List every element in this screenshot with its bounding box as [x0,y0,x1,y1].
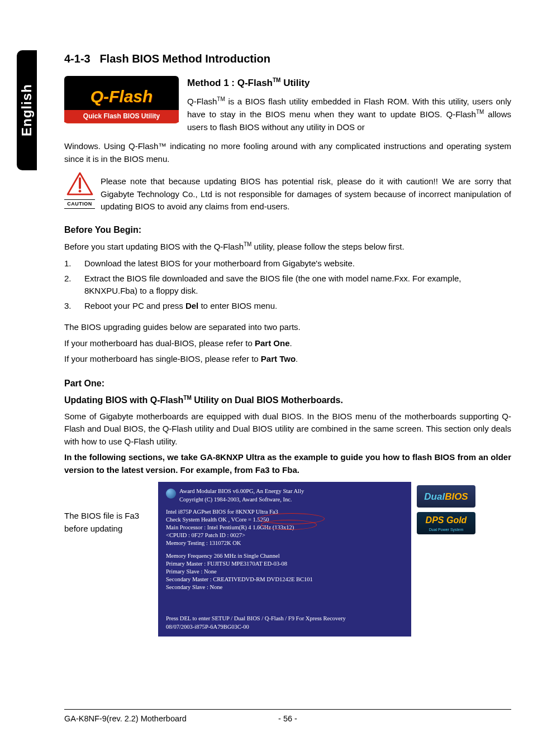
bios-boot-screen: Award Modular BIOS v6.00PG, An Energy St… [158,482,411,636]
svg-point-2 [78,190,81,193]
part-one-para: Some of Gigabyte motherboards are equipp… [64,410,511,448]
before-heading: Before You Begin: [64,223,511,237]
bios-line: Memory Frequency 266 MHz in Single Chann… [166,552,403,560]
caution-block: CAUTION Please note that because updatin… [64,172,511,217]
page-footer: GA-K8NF-9(rev. 2.2) Motherboard - 56 - [64,709,511,725]
list-item: 2.Extract the BIOS file downloaded and s… [64,272,511,298]
bios-line: Secondary Slave : None [166,583,403,591]
award-globe-icon [166,489,176,499]
section-number: 4-1-3 [64,52,91,65]
bios-line: 08/07/2003-i875P-6A79BG03C-00 [166,623,403,631]
bios-line: <CPUID : 0F27 Patch ID : 0027> [166,532,403,539]
qflash-logo-title: Q-Flash [64,76,179,109]
part-one-heading: Part One: [64,377,511,390]
footer-pagenum: - 56 - [265,713,310,725]
bios-line: Award Modular BIOS v6.00PG, An Energy St… [179,487,304,495]
section-title: Flash BIOS Method Introduction [99,52,270,65]
bios-line: Press DEL to enter SETUP / Dual BIOS / Q… [166,615,403,623]
guide-note-3: If your motherboard has single-BIOS, ple… [64,353,511,366]
bios-line: Memory Testing : 131072K OK [166,539,403,547]
bios-line: Copyright (C) 1984-2003, Award Software,… [179,496,304,504]
bios-line: Primary Slave : None [166,568,403,576]
caution-icon: CAUTION [64,172,95,209]
bios-caption: The BIOS file is Fa3 before updating [64,482,148,535]
steps-list: 1.Download the latest BIOS for your moth… [64,257,511,312]
footer-model: GA-K8NF-9(rev. 2.2) Motherboard [64,713,265,725]
list-item: 1.Download the latest BIOS for your moth… [64,257,511,270]
list-item: 3.Reboot your PC and press Del to enter … [64,300,511,313]
method1-para2: Windows. Using Q-Flash™ indicating no mo… [64,140,511,165]
bios-line: Secondary Master : CREATIVEDVD-RM DVD124… [166,576,403,583]
qflash-logo-sub: Quick Flash BIOS Utility [64,110,179,122]
caution-label: CAUTION [64,199,95,209]
before-intro: Before you start updating BIOS with the … [64,240,511,253]
part-one-bold: In the following sections, we take GA-8K… [64,451,511,476]
dual-bios-badge: DualBIOS [417,485,475,508]
guide-note-1: The BIOS upgrading guides below are sepa… [64,321,511,334]
language-tab: English [17,50,37,170]
section-heading: 4-1-3 Flash BIOS Method Introduction [64,50,511,67]
dps-gold-badge: DPS Gold Dual Power System [417,512,475,534]
part-one-sub: Updating BIOS with Q-FlashTM Utility on … [64,394,511,407]
caution-text: Please note that because updating BIOS h… [64,175,511,213]
bios-line: Primary Master : FUJITSU MPE3170AT ED-03… [166,560,403,568]
qflash-logo: Q-Flash Quick Flash BIOS Utility [64,76,179,123]
guide-note-2: If your motherboard has dual-BIOS, pleas… [64,337,511,350]
page-content: 4-1-3 Flash BIOS Method Introduction Q-F… [64,50,511,637]
